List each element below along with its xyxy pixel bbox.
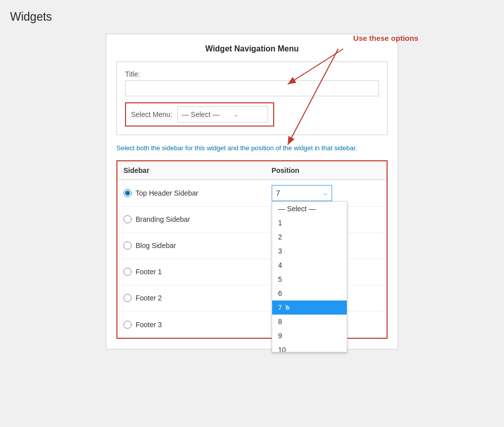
radio-footer3[interactable] xyxy=(123,321,132,329)
position-value: 7 xyxy=(276,189,280,197)
table-row: Top Header Sidebar 7 ⌵ xyxy=(117,180,387,207)
row-sidebar-footer2: Footer 2 xyxy=(117,289,266,307)
row-sidebar-blog: Blog Sidebar xyxy=(117,236,266,255)
dropdown-item-4[interactable]: 4 xyxy=(272,258,347,272)
page-wrapper: Widgets Use these options xyxy=(0,0,504,427)
title-input[interactable] xyxy=(125,80,379,96)
sidebar-column-header: Sidebar xyxy=(117,161,266,179)
dropdown-item-9[interactable]: 9 xyxy=(272,329,347,343)
form-section: Title: Select Menu: — Select — ⌵ xyxy=(116,62,388,135)
position-dropdown-open: — Select — 1 2 3 4 5 6 7 🖱 8 xyxy=(272,201,347,352)
page-title: Widgets xyxy=(0,0,504,29)
radio-blog[interactable] xyxy=(123,241,132,250)
sidebar-name-footer3: Footer 3 xyxy=(136,321,162,329)
table-rows: Top Header Sidebar 7 ⌵ xyxy=(117,180,387,338)
sidebar-name-branding: Branding Sidebar xyxy=(136,215,190,223)
sidebar-name-footer1: Footer 1 xyxy=(136,268,162,276)
row-position-top-header: 7 ⌵ — Select — 1 2 3 4 xyxy=(266,180,387,206)
sidebar-name-footer2: Footer 2 xyxy=(136,294,162,302)
dropdown-item-2[interactable]: 2 xyxy=(272,230,347,244)
chevron-down-icon: ⌵ xyxy=(234,111,238,118)
row-sidebar-branding: Branding Sidebar xyxy=(117,210,266,228)
radio-footer2[interactable] xyxy=(123,294,132,302)
radio-top-header[interactable] xyxy=(123,189,132,197)
table-header: Sidebar Position xyxy=(117,161,387,180)
row-sidebar-top-header: Top Header Sidebar xyxy=(117,184,266,202)
dropdown-item-7[interactable]: 7 🖱 xyxy=(272,300,347,315)
radio-footer1[interactable] xyxy=(123,268,132,276)
sidebar-name-blog: Blog Sidebar xyxy=(136,241,176,250)
dropdown-item-10[interactable]: 10 xyxy=(272,343,347,352)
select-menu-value: — Select — xyxy=(182,110,220,118)
dropdown-item-5[interactable]: 5 xyxy=(272,272,347,286)
main-content: Use these options Widget Navigation Menu xyxy=(0,29,504,359)
dropdown-item-select[interactable]: — Select — xyxy=(272,202,347,216)
widget-form-container: Widget Navigation Menu Title: Select Men… xyxy=(106,34,398,349)
sidebar-position-table: Sidebar Position Top Header Sidebar xyxy=(116,160,388,339)
row-sidebar-footer3: Footer 3 xyxy=(117,316,266,334)
title-form-group: Title: xyxy=(125,70,379,96)
select-menu-dropdown[interactable]: — Select — ⌵ xyxy=(177,106,268,123)
dropdown-item-1[interactable]: 1 xyxy=(272,216,347,230)
position-column-header: Position xyxy=(266,161,387,179)
chevron-down-icon: ⌵ xyxy=(324,189,328,197)
dropdown-item-3[interactable]: 3 xyxy=(272,244,347,258)
dropdown-item-6[interactable]: 6 xyxy=(272,286,347,300)
select-menu-bordered: Select Menu: — Select — ⌵ xyxy=(125,102,274,127)
dropdown-item-8[interactable]: 8 xyxy=(272,315,347,329)
position-dropdown-container: 7 ⌵ — Select — 1 2 3 4 xyxy=(272,185,332,201)
sidebar-name-top-header: Top Header Sidebar xyxy=(136,189,199,197)
helper-text: Select both the sidebar for this widget … xyxy=(116,143,388,153)
select-menu-label: Select Menu: xyxy=(131,110,172,118)
widget-form-title: Widget Navigation Menu xyxy=(116,44,388,53)
position-select-top-header[interactable]: 7 ⌵ xyxy=(272,185,332,201)
radio-branding[interactable] xyxy=(123,215,132,223)
title-label: Title: xyxy=(125,70,379,78)
row-sidebar-footer1: Footer 1 xyxy=(117,263,266,281)
